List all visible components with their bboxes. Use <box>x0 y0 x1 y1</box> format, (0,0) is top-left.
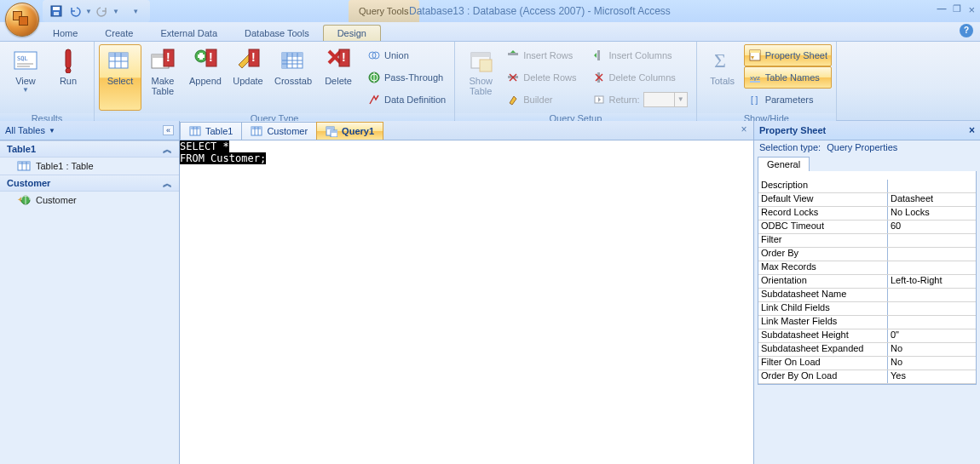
property-row[interactable]: Order By On LoadYes <box>758 370 976 384</box>
title-bar: ▼ ▼ ▾ Query Tools Database13 : Database … <box>0 0 980 22</box>
totals-icon: Σ <box>709 47 736 74</box>
run-button[interactable]: Run <box>47 44 89 111</box>
pass-through-button[interactable]: Pass-Through <box>363 66 450 89</box>
totals-button[interactable]: Σ Totals <box>701 44 744 111</box>
make-table-button[interactable]: ! Make Table <box>141 44 184 111</box>
property-row[interactable]: Max Records <box>758 261 976 275</box>
property-row[interactable]: Filter On LoadNo <box>758 357 976 370</box>
property-row[interactable]: ODBC Timeout60 <box>758 221 976 234</box>
document-tab[interactable]: Customer <box>241 122 317 140</box>
nav-pane-header[interactable]: All Tables ▼ « <box>0 121 179 140</box>
property-value[interactable] <box>888 289 976 301</box>
property-row[interactable]: Subdatasheet Name <box>758 289 976 302</box>
property-row[interactable]: Record LocksNo Locks <box>758 207 976 221</box>
document-tab[interactable]: Table1 <box>180 122 242 140</box>
property-value[interactable]: No <box>888 357 976 369</box>
delete-icon: ! <box>325 47 352 74</box>
property-value[interactable]: 60 <box>888 221 976 233</box>
parameters-button[interactable]: [ ]Parameters <box>744 89 832 111</box>
property-value[interactable] <box>888 180 976 192</box>
view-button[interactable]: SQL View ▼ <box>4 44 47 111</box>
return-combo[interactable]: Return:▼ <box>588 89 692 111</box>
property-value[interactable]: Yes <box>888 370 976 383</box>
table-icon <box>189 125 201 137</box>
property-sheet-title: Property Sheet <box>759 125 826 135</box>
property-value[interactable]: Datasheet <box>888 193 976 206</box>
undo-icon[interactable] <box>66 3 84 20</box>
maximize-button[interactable]: ❐ <box>953 3 961 16</box>
table-names-label: Table Names <box>765 72 820 83</box>
data-definition-icon <box>367 93 381 106</box>
help-icon[interactable]: ? <box>960 24 973 37</box>
tab-external-data[interactable]: External Data <box>147 26 231 41</box>
minimize-button[interactable]: — <box>937 3 946 16</box>
ribbon-tabs: Home Create External Data Database Tools… <box>0 22 980 42</box>
property-row[interactable]: Description <box>758 180 976 193</box>
close-button[interactable]: × <box>968 3 975 16</box>
close-tab-icon[interactable]: × <box>738 123 750 135</box>
redo-icon[interactable] <box>94 3 111 20</box>
nav-item[interactable]: ✦Customer <box>0 192 179 209</box>
property-row[interactable]: Default ViewDatasheet <box>758 193 976 207</box>
property-value[interactable]: 0" <box>888 329 976 342</box>
tab-create[interactable]: Create <box>91 26 147 41</box>
nav-group-header[interactable]: Customer︽ <box>0 175 179 192</box>
property-value[interactable]: No Locks <box>888 207 976 220</box>
property-value[interactable]: No <box>888 343 976 356</box>
property-value[interactable] <box>888 302 976 315</box>
property-row[interactable]: Subdatasheet ExpandedNo <box>758 343 976 357</box>
append-button[interactable]: ! Append <box>184 44 227 111</box>
show-table-button[interactable]: Show Table <box>459 44 502 111</box>
tab-database-tools[interactable]: Database Tools <box>231 26 323 41</box>
property-value[interactable] <box>888 316 976 329</box>
property-row[interactable]: Order By <box>758 248 976 261</box>
selection-type-row: Selection type: Query Properties <box>754 140 980 154</box>
svg-text:!: ! <box>342 50 346 64</box>
property-value[interactable]: Left-to-Right <box>888 275 976 288</box>
svg-rect-42 <box>471 53 490 57</box>
property-row[interactable]: Link Master Fields <box>758 316 976 329</box>
tab-home[interactable]: Home <box>39 26 91 41</box>
property-value[interactable] <box>888 234 976 247</box>
table-names-toggle[interactable]: xyzTable Names <box>744 66 832 89</box>
svg-rect-10 <box>109 53 128 57</box>
crosstab-button[interactable]: Crosstab <box>269 44 317 111</box>
delete-rows-button[interactable]: Delete Rows <box>502 66 580 89</box>
nav-collapse-icon[interactable]: « <box>163 125 174 135</box>
nav-item[interactable]: Table1 : Table <box>0 158 179 175</box>
tab-design[interactable]: Design <box>323 25 381 41</box>
nav-item-label: Table1 : Table <box>36 161 94 171</box>
property-tab-general[interactable]: General <box>758 157 810 171</box>
svg-text:[ ]: [ ] <box>751 95 758 105</box>
property-row[interactable]: OrientationLeft-to-Right <box>758 275 976 289</box>
run-label: Run <box>60 76 77 86</box>
union-button[interactable]: Union <box>363 44 450 66</box>
property-row[interactable]: Filter <box>758 234 976 248</box>
update-button[interactable]: ! Update <box>227 44 269 111</box>
sql-view[interactable]: SELECT * FROM Customer; <box>180 140 753 464</box>
select-button[interactable]: Select <box>99 44 141 111</box>
property-value[interactable] <box>888 261 976 274</box>
insert-rows-label: Insert Rows <box>523 50 573 60</box>
save-icon[interactable] <box>48 3 65 20</box>
property-name: Default View <box>758 193 888 206</box>
insert-columns-button[interactable]: Insert Columns <box>588 44 692 66</box>
property-sheet-toggle[interactable]: Property Sheet <box>744 44 832 66</box>
property-value[interactable] <box>888 248 976 261</box>
customize-qat-icon[interactable]: ▾ <box>128 3 145 20</box>
nav-pane-title: All Tables <box>5 125 45 135</box>
nav-group-header[interactable]: Table1︽ <box>0 140 179 158</box>
property-row[interactable]: Link Child Fields <box>758 302 976 316</box>
property-row[interactable]: Subdatasheet Height0" <box>758 329 976 343</box>
delete-button[interactable]: ! Delete <box>317 44 360 111</box>
return-icon <box>592 93 606 106</box>
svg-rect-2 <box>54 12 59 15</box>
insert-rows-button[interactable]: Insert Rows <box>502 44 580 66</box>
office-button[interactable] <box>5 3 39 37</box>
svg-rect-71 <box>251 127 262 129</box>
property-sheet-close-icon[interactable]: × <box>969 124 975 136</box>
delete-columns-button[interactable]: Delete Columns <box>588 66 692 89</box>
data-definition-button[interactable]: Data Definition <box>363 89 450 111</box>
builder-button[interactable]: Builder <box>502 89 580 111</box>
document-tab[interactable]: Query1 <box>316 122 383 140</box>
